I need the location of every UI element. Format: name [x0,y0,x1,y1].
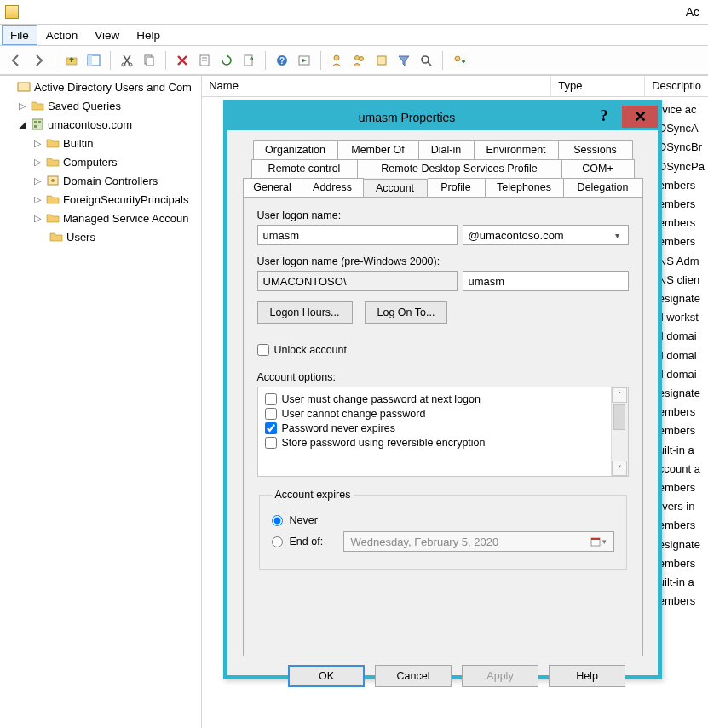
expires-never[interactable]: Never [272,514,614,526]
export-icon[interactable] [239,51,258,70]
new-group-icon[interactable] [350,51,369,70]
tab-telephones[interactable]: Telephones [486,178,564,197]
logon-name-input[interactable] [257,225,458,245]
tree-label: ForeignSecurityPrincipals [63,193,188,206]
list-row-fragment: DSyncBr [659,138,705,157]
menu-view[interactable]: View [86,25,128,45]
column-description[interactable]: Descriptio [645,76,708,96]
options-scrollbar[interactable]: ˄ ˅ [611,387,628,476]
filter-icon[interactable] [394,51,413,70]
svg-point-16 [360,56,364,60]
menu-action[interactable]: Action [37,25,87,45]
folder-icon [46,211,60,225]
list-header[interactable]: Name Type Descriptio [202,76,708,97]
chevron-right-icon[interactable]: ▷ [17,100,27,112]
show-hide-tree-icon[interactable] [84,51,103,70]
menu-file[interactable]: File [2,25,37,45]
ok-button[interactable]: OK [288,665,365,687]
expires-end-of[interactable]: End of: Wednesday, February 5, 2020 ▾ [272,531,614,552]
tree-pane[interactable]: Active Directory Users and Com ▷ Saved Q… [0,76,202,728]
find-icon[interactable] [417,51,435,70]
unlock-account-checkbox[interactable]: Unlock account [257,344,629,356]
tab-delegation[interactable]: Delegation [564,178,643,197]
tree-users[interactable]: Users [3,227,201,246]
chevron-right-icon[interactable]: ▷ [32,157,43,168]
tab-profile[interactable]: Profile [428,178,486,197]
account-options-label: Account options: [257,371,629,383]
tree-fsp[interactable]: ▷ ForeignSecurityPrincipals [3,190,201,209]
column-type[interactable]: Type [551,76,645,96]
delete-icon[interactable] [173,51,192,70]
chevron-right-icon[interactable]: ▷ [32,175,43,186]
chevron-right-icon[interactable]: ▷ [32,213,43,224]
svg-point-27 [51,179,55,182]
tab-address[interactable]: Address [302,178,364,197]
tree-saved-queries[interactable]: ▷ Saved Queries [3,96,201,115]
run-icon[interactable] [295,51,314,70]
expires-date-value: Wednesday, February 5, 2020 [351,536,499,548]
list-row-fragment: embers [659,403,705,421]
tab-rds-profile[interactable]: Remote Desktop Services Profile [358,159,562,178]
cut-icon[interactable] [118,51,136,70]
tree-builtin[interactable]: ▷ Builtin [3,134,201,152]
menu-help[interactable]: Help [128,25,169,45]
opt-cannot-change[interactable]: User cannot change password [265,408,604,420]
list-row-fragment: DSyncPa [659,158,705,176]
upn-suffix-combo[interactable]: @umacontoso.com ▾ [463,225,629,245]
tree-msa[interactable]: ▷ Managed Service Accoun [3,209,201,227]
list-row-fragment: rvice ac [659,100,705,119]
tab-environment[interactable]: Environment [475,140,559,159]
list-row-fragment: embers [659,195,705,214]
tab-dial-in[interactable]: Dial-in [419,140,475,159]
up-folder-icon[interactable] [62,51,81,70]
chevron-right-icon[interactable]: ▷ [32,194,43,205]
tree-domain-controllers[interactable]: ▷ Domain Controllers [3,171,201,190]
chevron-right-icon[interactable]: ▷ [32,138,43,149]
list-row-fragment: ll domai [659,327,705,346]
cancel-button[interactable]: Cancel [375,665,452,687]
toolbar: ? [0,46,708,75]
scroll-up-icon[interactable]: ˄ [612,387,627,403]
tab-organization[interactable]: Organization [253,140,338,159]
scroll-thumb[interactable] [613,404,625,430]
unlock-account-input[interactable] [257,344,269,356]
tab-member-of[interactable]: Member Of [338,140,419,159]
chevron-down-icon[interactable]: ◢ [17,119,27,130]
new-ou-icon[interactable] [372,51,391,70]
account-options-list[interactable]: User must change password at next logon … [257,387,629,477]
dialog-help-button[interactable]: ? [586,106,622,128]
tab-remote-control[interactable]: Remote control [251,159,358,178]
nav-forward-icon[interactable] [29,51,48,70]
logon-hours-button[interactable]: Logon Hours... [257,301,353,324]
opt-reversible[interactable]: Store password using reversible encrypti… [265,437,604,449]
tab-account[interactable]: Account [364,179,428,198]
refresh-icon[interactable] [217,51,236,70]
tab-com-plus[interactable]: COM+ [562,159,635,178]
help-button[interactable]: Help [549,665,625,687]
column-name[interactable]: Name [202,76,551,96]
dialog-close-button[interactable]: ✕ [622,106,658,128]
tree-computers[interactable]: ▷ Computers [3,152,201,171]
scroll-down-icon[interactable]: ˅ [612,461,627,476]
log-on-to-button[interactable]: Log On To... [365,301,448,324]
tab-general[interactable]: General [243,178,302,197]
dialog-title-bar[interactable]: umasm Properties ? ✕ [227,105,658,130]
tree-domain[interactable]: ◢ umacontoso.com [3,115,201,134]
new-user-icon[interactable] [328,51,347,70]
prewin-user-input[interactable] [463,271,629,291]
nav-back-icon[interactable] [7,51,26,70]
properties-icon[interactable] [195,51,214,70]
chevron-down-icon: ▾ [612,231,623,240]
svg-rect-10 [245,55,252,66]
tab-sessions[interactable]: Sessions [559,140,633,159]
list-row-fragment: ll workst [659,308,705,327]
add-to-group-icon[interactable] [450,51,469,70]
copy-icon[interactable] [140,51,158,70]
apply-button[interactable]: Apply [462,665,538,687]
prewin-domain-input [257,271,458,291]
opt-must-change[interactable]: User must change password at next logon [265,393,604,405]
expires-date-picker[interactable]: Wednesday, February 5, 2020 ▾ [343,531,614,552]
help-icon[interactable]: ? [273,51,291,70]
tree-root[interactable]: Active Directory Users and Com [3,77,201,96]
opt-never-expires[interactable]: Password never expires [265,422,604,434]
